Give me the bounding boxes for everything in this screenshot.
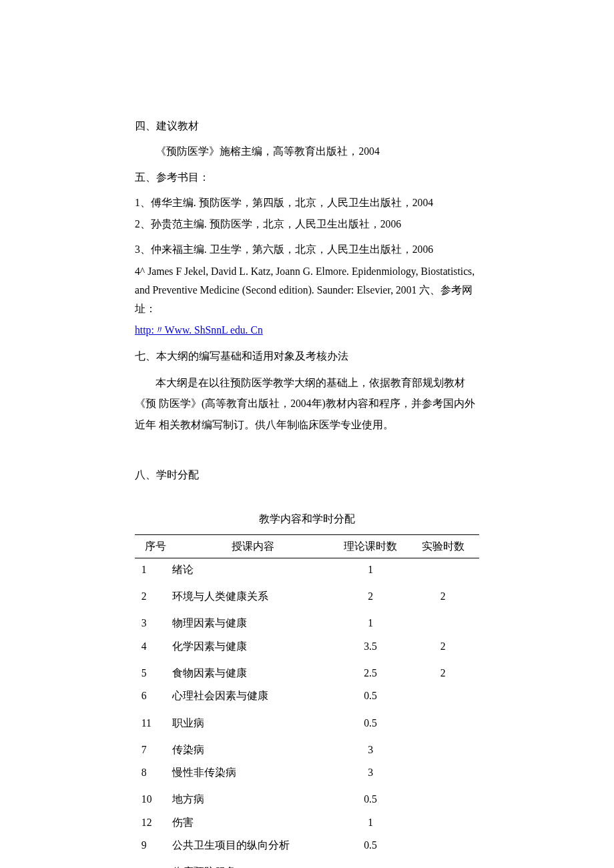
- cell-topic: 绪论: [171, 558, 334, 581]
- cell-topic: 环境与人类健康关系: [171, 585, 334, 608]
- cell-lab: [406, 861, 479, 868]
- cell-seq: 5: [135, 662, 171, 685]
- cell-topic: 心理社会因素与健康: [171, 685, 334, 707]
- cell-theory: 3: [334, 761, 407, 784]
- table-title: 教学内容和学时分配: [135, 510, 479, 528]
- cell-theory: 1: [334, 612, 407, 634]
- cell-lab: 2: [406, 662, 479, 685]
- cell-lab: [406, 612, 479, 634]
- cell-lab: [406, 834, 479, 857]
- cell-seq: 3: [135, 612, 171, 634]
- reference-link[interactable]: http:〃Www. ShSnnL edu. Cn: [135, 324, 263, 336]
- cell-theory: 3.5: [334, 635, 407, 658]
- cell-seq: 6: [135, 685, 171, 707]
- cell-topic: 地方病: [171, 788, 334, 811]
- cell-topic: 伤害: [171, 811, 334, 834]
- cell-seq: 12: [135, 811, 171, 834]
- table-row: 1绪论1: [135, 558, 479, 581]
- hours-table: 序号 授课内容 理论课时数 实验时数 1绪论12环境与人类健康关系223物理因素…: [135, 534, 479, 868]
- cell-seq: 10: [135, 788, 171, 811]
- cell-topic: 职业病: [171, 712, 334, 735]
- cell-topic: 临床预防服务: [171, 861, 334, 868]
- section-eight-heading: 八、学时分配: [135, 466, 479, 484]
- cell-topic: 公共卫生项目的纵向分析: [171, 834, 334, 857]
- table-row: 9公共卫生项目的纵向分析0.5: [135, 834, 479, 857]
- section-four-heading: 四、建议教材: [135, 117, 479, 135]
- cell-theory: 0.5: [334, 788, 407, 811]
- cell-topic: 化学因素与健康: [171, 635, 334, 658]
- cell-theory: 2: [334, 585, 407, 608]
- cell-lab: [406, 712, 479, 735]
- section-four-body: 《预防医学》施榕主编，高等教育出版社，2004: [135, 142, 479, 161]
- table-row: 6心理社会因素与健康0.5: [135, 685, 479, 707]
- ref-item-4-text: 4^ James F Jekel, David L. Katz, Joann G…: [135, 266, 475, 315]
- table-row: 11职业病0.5: [135, 712, 479, 735]
- ref-item-3: 3、仲来福主编. 卫生学，第六版，北京，人民卫生出版社，2006: [135, 240, 479, 259]
- cell-topic: 食物因素与健康: [171, 662, 334, 685]
- document-page: 四、建议教材 《预防医学》施榕主编，高等教育出版社，2004 五、参考书目： 1…: [0, 0, 614, 868]
- table-row: 10地方病0.5: [135, 788, 479, 811]
- cell-seq: 1: [135, 558, 171, 581]
- table-header-row: 序号 授课内容 理论课时数 实验时数: [135, 534, 479, 558]
- th-seq: 序号: [135, 534, 171, 558]
- cell-lab: [406, 788, 479, 811]
- cell-theory: 2.5: [334, 662, 407, 685]
- table-row: 3物理因素与健康1: [135, 612, 479, 634]
- cell-seq: 13: [135, 861, 171, 868]
- section-five-heading: 五、参考书目：: [135, 168, 479, 187]
- cell-lab: 2: [406, 635, 479, 658]
- table-row: 13临床预防服务1: [135, 861, 479, 868]
- cell-theory: 0.5: [334, 712, 407, 735]
- th-topic: 授课内容: [171, 534, 334, 558]
- section-seven-body: 本大纲是在以往预防医学教学大纲的基础上，依据教育部规划教材《预 防医学》(高等教…: [135, 372, 479, 435]
- cell-seq: 9: [135, 834, 171, 857]
- ref-item-4: 4^ James F Jekel, David L. Katz, Joann G…: [135, 262, 479, 319]
- table-row: 2环境与人类健康关系22: [135, 585, 479, 608]
- cell-theory: 3: [334, 739, 407, 761]
- cell-theory: 0.5: [334, 834, 407, 857]
- table-row: 5食物因素与健康2.52: [135, 662, 479, 685]
- cell-topic: 物理因素与健康: [171, 612, 334, 634]
- cell-theory: 1: [334, 558, 407, 581]
- table-row: 4化学因素与健康3.52: [135, 635, 479, 658]
- table-row: 12伤害1: [135, 811, 479, 834]
- ref-item-2: 2、孙贵范主编. 预防医学，北京，人民卫生出版社，2006: [135, 215, 479, 234]
- cell-topic: 传染病: [171, 739, 334, 761]
- cell-topic: 慢性非传染病: [171, 761, 334, 784]
- cell-seq: 4: [135, 635, 171, 658]
- cell-seq: 7: [135, 739, 171, 761]
- th-theory: 理论课时数: [334, 534, 407, 558]
- cell-lab: [406, 811, 479, 834]
- section-seven-heading: 七、本大纲的编写基础和适用对象及考核办法: [135, 347, 479, 366]
- cell-theory: 0.5: [334, 685, 407, 707]
- cell-theory: 1: [334, 861, 407, 868]
- cell-lab: [406, 739, 479, 761]
- cell-theory: 1: [334, 811, 407, 834]
- table-row: 8慢性非传染病3: [135, 761, 479, 784]
- cell-lab: [406, 558, 479, 581]
- cell-lab: [406, 761, 479, 784]
- ref-item-1: 1、傅华主编. 预防医学，第四版，北京，人民卫生出版社，2004: [135, 193, 479, 212]
- cell-seq: 2: [135, 585, 171, 608]
- cell-lab: 2: [406, 585, 479, 608]
- cell-lab: [406, 685, 479, 707]
- th-lab: 实验时数: [406, 534, 479, 558]
- table-row: 7传染病3: [135, 739, 479, 761]
- cell-seq: 8: [135, 761, 171, 784]
- cell-seq: 11: [135, 712, 171, 735]
